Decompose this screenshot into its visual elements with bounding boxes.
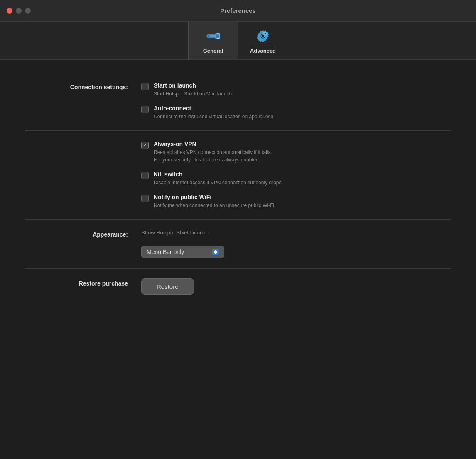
advanced-tab-label: Advanced <box>250 48 276 54</box>
close-button[interactable] <box>7 8 12 14</box>
tab-advanced[interactable]: Advanced <box>238 22 288 59</box>
title-bar: Preferences <box>0 0 476 22</box>
tab-general[interactable]: General <box>188 22 238 59</box>
kill-switch-desc: Disable internet access if VPN connectio… <box>154 179 282 186</box>
svg-rect-2 <box>216 34 219 38</box>
maximize-button[interactable] <box>25 8 31 14</box>
kill-switch-item: Kill switch Disable internet access if V… <box>141 171 451 186</box>
kill-switch-checkbox[interactable] <box>141 172 149 179</box>
svg-rect-6 <box>218 38 219 39</box>
always-on-vpn-title: Always-on VPN <box>154 141 272 147</box>
advanced-tab-icon <box>253 26 273 46</box>
appearance-label: Appearance: <box>25 230 141 258</box>
notify-wifi-title: Notify on public WiFi <box>154 194 274 200</box>
svg-rect-3 <box>217 34 218 35</box>
start-on-launch-text: Start on launch Start Hotspot Shield on … <box>154 82 232 98</box>
start-on-launch-desc: Start Hotspot Shield on Mac launch <box>154 90 232 98</box>
vpn-settings-section: ✓ Always-on VPN Reestablishes VPN connec… <box>25 131 451 220</box>
vpn-settings-content: ✓ Always-on VPN Reestablishes VPN connec… <box>141 141 451 209</box>
notify-wifi-item: Notify on public WiFi Notify me when con… <box>141 194 451 209</box>
auto-connect-checkbox[interactable] <box>141 106 149 113</box>
start-on-launch-checkbox[interactable] <box>141 83 149 90</box>
svg-point-8 <box>208 35 209 37</box>
main-content: Connection settings: Start on launch Sta… <box>0 60 476 317</box>
notify-wifi-checkbox[interactable] <box>141 195 149 202</box>
auto-connect-title: Auto-connect <box>154 105 273 112</box>
select-arrows-icon <box>212 249 219 255</box>
svg-rect-5 <box>217 38 218 39</box>
select-value: Menu Bar only <box>147 249 184 255</box>
notify-wifi-desc: Notify me when connected to an unsecure … <box>154 202 274 209</box>
appearance-description: Show Hotspot Shield icon in <box>141 230 451 236</box>
connection-settings-label: Connection settings: <box>25 82 141 120</box>
auto-connect-text: Auto-connect Connect to the last used vi… <box>154 105 273 120</box>
svg-point-11 <box>264 33 266 34</box>
restore-button[interactable]: Restore <box>141 278 194 295</box>
always-on-vpn-text: Always-on VPN Reestablishes VPN connecti… <box>154 141 272 164</box>
window-controls <box>7 8 31 14</box>
general-tab-icon <box>203 26 223 46</box>
start-on-launch-item: Start on launch Start Hotspot Shield on … <box>141 82 451 98</box>
appearance-select[interactable]: Menu Bar only <box>141 246 224 258</box>
select-wrapper: Menu Bar only <box>141 246 451 258</box>
checkmark-icon: ✓ <box>143 142 147 148</box>
window-title: Preferences <box>220 7 256 14</box>
auto-connect-desc: Connect to the last used virtual locatio… <box>154 113 273 120</box>
svg-rect-4 <box>218 34 219 35</box>
restore-purchase-section: Restore purchase Restore <box>25 269 451 305</box>
kill-switch-text: Kill switch Disable internet access if V… <box>154 171 282 186</box>
vpn-settings-label <box>25 141 141 209</box>
notify-wifi-text: Notify on public WiFi Notify me when con… <box>154 194 274 209</box>
appearance-section: Appearance: Show Hotspot Shield icon in … <box>25 220 451 269</box>
always-on-vpn-item: ✓ Always-on VPN Reestablishes VPN connec… <box>141 141 451 164</box>
auto-connect-item: Auto-connect Connect to the last used vi… <box>141 105 451 120</box>
always-on-vpn-checkbox[interactable]: ✓ <box>141 142 149 149</box>
start-on-launch-title: Start on launch <box>154 82 232 89</box>
restore-purchase-label: Restore purchase <box>25 278 141 295</box>
kill-switch-title: Kill switch <box>154 171 282 178</box>
always-on-vpn-desc: Reestablishes VPN connection automatical… <box>154 149 272 164</box>
connection-settings-section: Connection settings: Start on launch Sta… <box>25 72 451 131</box>
restore-purchase-content: Restore <box>141 278 451 295</box>
arrow-down-icon <box>214 252 217 254</box>
appearance-content: Show Hotspot Shield icon in Menu Bar onl… <box>141 230 451 258</box>
arrow-up-icon <box>214 250 217 252</box>
connection-settings-content: Start on launch Start Hotspot Shield on … <box>141 82 451 120</box>
minimize-button[interactable] <box>16 8 22 14</box>
tab-bar: General Advanced <box>0 22 476 60</box>
general-tab-label: General <box>203 48 223 54</box>
